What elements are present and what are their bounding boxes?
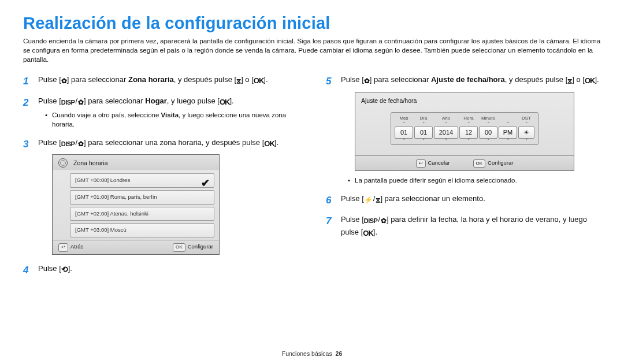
ok-icon: OK bbox=[363, 228, 373, 239]
flower-icon bbox=[78, 139, 84, 150]
disp-icon: DISP bbox=[364, 216, 378, 226]
dst-stepper[interactable]: DST˄☀˅ bbox=[518, 115, 534, 143]
disp-icon: DISP bbox=[61, 139, 75, 149]
step-5-note: La pantalla puede diferir según el idiom… bbox=[349, 176, 601, 185]
hour-stepper[interactable]: Hora˄12˅ bbox=[459, 115, 478, 143]
configure-button[interactable]: OKConfigurar bbox=[173, 243, 213, 251]
globe-icon bbox=[58, 158, 68, 168]
ampm-stepper[interactable]: ˄PM˅ bbox=[499, 115, 517, 143]
configure-button[interactable]: OKConfigurar bbox=[473, 159, 514, 168]
datetime-spinners: Mes˄01˅ Día˄01˅ Año˄2014˅ Hora˄12˅ Minut… bbox=[391, 112, 538, 145]
step-7: Pulse [DISP/] para definir la fecha, la … bbox=[326, 214, 601, 239]
month-stepper[interactable]: Mes˄01˅ bbox=[395, 115, 413, 143]
flower-icon bbox=[78, 98, 84, 108]
ok-icon: OK bbox=[264, 138, 274, 150]
step-5: Pulse [] para seleccionar Ajuste de fech… bbox=[326, 74, 601, 185]
cancel-button[interactable]: ↩Cancelar bbox=[416, 159, 450, 168]
ok-icon: OK bbox=[254, 75, 264, 87]
disp-icon: DISP bbox=[61, 98, 75, 107]
datetime-title: Ajuste de fecha/hora bbox=[355, 92, 574, 109]
timer-icon bbox=[236, 76, 241, 87]
ok-icon: OK bbox=[585, 75, 595, 87]
step-2: Pulse [DISP/] para seleccionar Hogar, y … bbox=[23, 95, 298, 129]
timezone-title: Zona horaria bbox=[73, 158, 108, 168]
minute-stepper[interactable]: Minuto˄00˅ bbox=[479, 115, 497, 143]
page-title: Realización de la configuración inicial bbox=[23, 14, 601, 33]
step-2-note: Cuando viaje a otro país, seleccione Vis… bbox=[46, 110, 298, 129]
step-1: Pulse [] para seleccionar Zona horaria, … bbox=[23, 74, 298, 87]
flower-icon bbox=[364, 76, 370, 87]
back-button[interactable]: ↩Atrás bbox=[58, 243, 83, 251]
timezone-panel: Zona horaria [GMT +00:00] Londres [GMT +… bbox=[52, 154, 220, 255]
timezone-row[interactable]: [GMT +02:00] Atenas. helsinki bbox=[70, 207, 214, 221]
ok-icon: OK bbox=[220, 96, 230, 108]
intro-text: Cuando encienda la cámara por primera ve… bbox=[23, 36, 601, 64]
flower-icon bbox=[61, 76, 67, 87]
datetime-panel: Ajuste de fecha/hora Mes˄01˅ Día˄01˅ Año… bbox=[355, 92, 574, 172]
return-icon bbox=[61, 263, 68, 276]
step-4: Pulse []. bbox=[23, 263, 298, 276]
flower-icon bbox=[381, 216, 387, 226]
timezone-row[interactable]: [GMT +01:00] Roma, parís, berlín bbox=[70, 190, 214, 205]
timezone-row[interactable]: [GMT +03:00] Moscú bbox=[70, 223, 214, 237]
day-stepper[interactable]: Día˄01˅ bbox=[414, 115, 433, 143]
check-icon: ✔ bbox=[201, 176, 210, 192]
step-6: Pulse [/] para seleccionar un elemento. bbox=[326, 193, 601, 206]
timezone-row[interactable]: [GMT +00:00] Londres bbox=[70, 173, 214, 188]
step-3: Pulse [DISP/] para seleccionar una zona … bbox=[23, 137, 298, 255]
flash-icon bbox=[364, 195, 373, 206]
year-stepper[interactable]: Año˄2014˅ bbox=[434, 115, 458, 143]
page-footer: Funciones básicas 26 bbox=[0, 350, 624, 357]
